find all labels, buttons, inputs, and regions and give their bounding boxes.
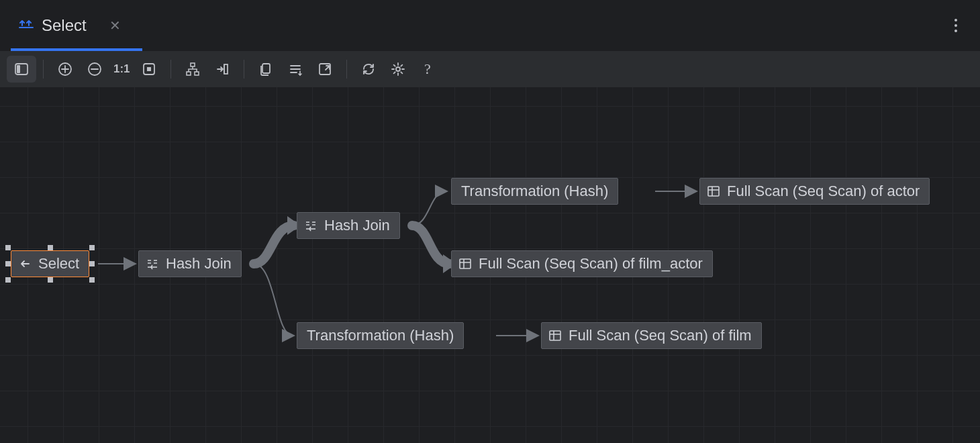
help-button[interactable]: ? (413, 56, 442, 83)
svg-rect-6 (147, 67, 151, 71)
arrow-left-icon (18, 257, 32, 270)
svg-rect-9 (195, 72, 199, 75)
collapse-into-button[interactable] (207, 56, 237, 83)
node-full-scan-actor[interactable]: Full Scan (Seq Scan) of actor (699, 178, 930, 205)
node-label: Transformation (Hash) (307, 327, 454, 344)
zoom-out-button[interactable] (80, 56, 109, 83)
tab-bar: Select ✕ (0, 0, 980, 51)
toolbar-separator (43, 60, 44, 79)
hash-join-icon (304, 219, 317, 232)
svg-text:?: ? (424, 61, 431, 77)
node-hash-join-2[interactable]: Hash Join (297, 212, 400, 239)
node-label: Full Scan (Seq Scan) of actor (727, 183, 920, 200)
toolbar: 1:1 ? (0, 51, 980, 87)
node-hash-join-1[interactable]: Hash Join (138, 250, 242, 277)
svg-point-13 (396, 67, 400, 71)
tab-select[interactable]: Select ✕ (13, 0, 125, 51)
node-full-scan-film-actor[interactable]: Full Scan (Seq Scan) of film_actor (451, 250, 713, 277)
toolbar-separator (170, 60, 171, 79)
toolbar-separator (244, 60, 244, 79)
node-label: Transformation (Hash) (461, 183, 608, 200)
tab-active-indicator (11, 48, 142, 51)
refresh-button[interactable] (354, 56, 383, 83)
text-edit-button[interactable] (281, 56, 310, 83)
zoom-in-button[interactable] (50, 56, 80, 83)
tab-title: Select (42, 16, 87, 35)
actual-size-button[interactable]: 1:1 (109, 62, 134, 76)
diagram-canvas[interactable]: Select Hash Join Hash Join Transfo (0, 87, 980, 443)
fit-content-button[interactable] (134, 56, 164, 83)
close-icon[interactable]: ✕ (109, 17, 121, 34)
node-label: Full Scan (Seq Scan) of film_actor (479, 255, 703, 273)
svg-rect-17 (550, 331, 560, 340)
node-label: Hash Join (166, 255, 232, 273)
svg-rect-11 (262, 64, 270, 73)
node-label: Select (38, 255, 79, 273)
svg-rect-15 (708, 187, 719, 196)
svg-rect-16 (460, 259, 471, 268)
svg-rect-0 (19, 27, 34, 28)
toggle-side-panel-button[interactable] (7, 56, 36, 83)
svg-rect-2 (17, 65, 20, 73)
explain-plan-icon (17, 17, 35, 34)
node-transformation-hash-top[interactable]: Transformation (Hash) (451, 178, 618, 205)
copy-button[interactable] (251, 56, 281, 83)
layout-tree-button[interactable] (178, 56, 207, 83)
more-options-icon[interactable] (950, 15, 961, 36)
toolbar-separator (346, 60, 347, 79)
node-label: Full Scan (Seq Scan) of film (569, 327, 752, 344)
settings-button[interactable] (383, 56, 413, 83)
node-transformation-hash-bottom[interactable]: Transformation (Hash) (297, 322, 464, 349)
svg-rect-8 (187, 72, 191, 75)
table-icon (548, 329, 562, 342)
node-label: Hash Join (324, 217, 390, 234)
svg-rect-7 (191, 63, 195, 66)
svg-rect-10 (224, 64, 228, 74)
node-full-scan-film[interactable]: Full Scan (Seq Scan) of film (541, 322, 762, 349)
node-select[interactable]: Select (11, 250, 89, 277)
table-icon (458, 257, 472, 270)
table-icon (707, 185, 720, 198)
hash-join-icon (146, 257, 159, 270)
export-button[interactable] (310, 56, 340, 83)
